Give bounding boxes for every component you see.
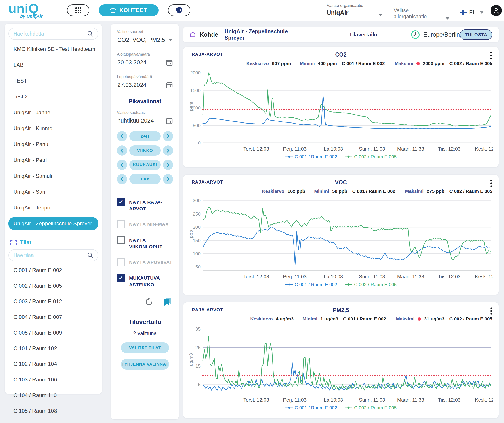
range-next-button[interactable] [163, 160, 173, 170]
sidebar-location-item[interactable]: UniqAir - Sari [8, 185, 98, 198]
end-date-field[interactable]: 27.03.2024 [117, 79, 173, 91]
sidebar-room-item[interactable]: C 001 / Raum E 002 [8, 263, 98, 277]
suborganization-select[interactable]: Valitse aliorganisaatio [394, 8, 450, 21]
range-next-button[interactable] [163, 145, 173, 156]
select-rooms-button[interactable]: VALITSE TILAT [121, 342, 169, 353]
apps-grid-button[interactable] [67, 5, 89, 16]
chart-menu-kebab-icon[interactable] [489, 178, 493, 188]
chart-stats-row: Keskiarvo607 ppmMinimi400 ppmC 001 / Rau… [189, 61, 493, 66]
sidebar-room-item[interactable]: C 104 / Raum 110 [8, 389, 98, 402]
sidebar-room-item[interactable]: C 103 / Raum 106 [8, 373, 98, 386]
checkbox[interactable]: ✓ [117, 198, 125, 206]
checkbox[interactable] [117, 258, 125, 266]
finnish-flag-icon [460, 10, 467, 15]
chart-menu-kebab-icon[interactable] [489, 306, 493, 316]
x-axis-label: Torst. 12:03 [243, 146, 269, 152]
print-button[interactable]: TULOSTA [460, 30, 492, 40]
sidebar-location-item[interactable]: LAB [8, 59, 98, 71]
search-icon[interactable] [87, 31, 93, 37]
checkbox[interactable] [117, 220, 125, 228]
calendar-icon[interactable] [166, 82, 173, 89]
chart-option-checkbox-row[interactable]: NÄYTÄ APUVIIVAT [117, 258, 173, 266]
sidebar-room-item[interactable]: C 002 / Raum E 005 [8, 279, 98, 292]
x-axis-label: Kesk. 12:02 [475, 397, 493, 403]
logo-text: uniQ [8, 1, 39, 16]
sidebar-location-item[interactable]: TEST [8, 74, 98, 87]
sidebar-room-item[interactable]: C 102 / Raum 104 [8, 357, 98, 371]
sidebar-location-item[interactable]: Test 2 [8, 90, 98, 103]
range-button[interactable]: 3 KK [129, 174, 161, 184]
user-avatar[interactable] [491, 5, 502, 16]
sidebar-location-item[interactable]: UniqAir - Janne [8, 106, 98, 119]
tilat-section-header[interactable]: Tilat [10, 239, 98, 246]
chart-header: RAJA-ARVOTCO2 [189, 50, 493, 59]
sidebar-location-item[interactable]: UniqAir - Samuli [8, 170, 98, 182]
series-line-blue [203, 95, 491, 129]
sidebar-location-item[interactable]: UniqAir - Zeppelinschule Spreyer [8, 217, 98, 230]
refresh-icon[interactable] [144, 297, 153, 306]
legend-item[interactable]: C 001 / Raum E 002 [285, 282, 337, 287]
clear-selection-button[interactable]: TYHJENNÄ VALINNAT [121, 359, 169, 370]
sidebar-location-item[interactable]: UniqAir - Kimmo [8, 122, 98, 135]
legend-item[interactable]: C 001 / Raum E 002 [285, 154, 337, 160]
start-date-field[interactable]: 20.03.2024 [117, 57, 173, 69]
range-prev-button[interactable] [117, 160, 127, 170]
apps-grid-icon [75, 7, 81, 13]
sidebar-room-item[interactable]: C 004 / Raum E 007 [8, 310, 98, 324]
range-next-button[interactable] [163, 174, 173, 184]
calendar-icon[interactable] [166, 59, 173, 66]
max-value: 2000 ppm [423, 61, 444, 66]
max-value: 275 ppb [427, 189, 444, 194]
sidebar-location-item[interactable]: UniqAir - Panu [8, 138, 98, 151]
chart-option-checkbox-row[interactable]: ✓NÄYTÄ RAJA-ARVOT [117, 198, 173, 212]
checkbox-label: NÄYTÄ MIN-MAX [129, 220, 169, 228]
app-header: uniQ by UniqAir KOHTEET Valitse organisa… [0, 0, 504, 21]
range-button[interactable]: VIIKKO [129, 145, 161, 156]
min-value: 400 ppm [318, 61, 337, 66]
chart-menu-kebab-icon[interactable] [489, 50, 493, 60]
clock-icon [411, 30, 420, 39]
kohteet-button[interactable]: KOHTEET [99, 5, 159, 16]
location-search [8, 28, 98, 40]
svg-text:15: 15 [195, 363, 201, 369]
sidebar-room-item[interactable]: C 105 / Raum 108 [8, 404, 98, 418]
range-button[interactable]: 24H [129, 131, 161, 141]
avg-label: Keskiarvo [262, 189, 284, 194]
app-logo[interactable]: uniQ by UniqAir [8, 2, 53, 19]
legend-item[interactable]: C 001 / Raum E 002 [285, 405, 337, 411]
search-icon[interactable] [87, 252, 93, 258]
sidebar-room-item[interactable]: C 101 / Raum 102 [8, 342, 98, 355]
legend-item[interactable]: C 002 / Raum E 005 [345, 282, 396, 287]
range-button[interactable]: KUUKAUSI [129, 160, 161, 170]
chart-option-checkbox-row[interactable]: NÄYTÄ MIN-MAX [117, 220, 173, 228]
sidebar-location-item[interactable]: UniqAir - Teppo [8, 201, 98, 214]
sidebar-room-item[interactable]: C 201 / Raum 201 [8, 420, 98, 423]
organization-select[interactable]: UniqAir [327, 9, 383, 18]
language-select[interactable]: FI [460, 9, 485, 18]
month-select-field[interactable]: huhtikuu 2024 [117, 115, 173, 127]
range-prev-button[interactable] [117, 145, 127, 156]
device-button[interactable] [168, 5, 190, 16]
end-date-value: 27.03.2024 [117, 82, 146, 89]
sidebar-room-item[interactable]: C 005 / Raum E 009 [8, 326, 98, 340]
chart-title: VOC [189, 179, 493, 186]
room-search-input[interactable] [13, 252, 87, 258]
max-alert-dot [418, 317, 421, 321]
calendar-icon[interactable] [166, 118, 173, 124]
legend-item[interactable]: C 002 / Raum E 005 [345, 405, 396, 411]
checkbox[interactable] [117, 236, 125, 244]
range-prev-button[interactable] [117, 131, 127, 141]
target-header-bar: Kohde UniqAir - Zeppelinschule Spreyer T… [183, 27, 499, 42]
chart-option-checkbox-row[interactable]: ✓MUKAUTUVA ASTEIKKO [117, 274, 173, 288]
quantity-select[interactable]: CO2, VOC, PM2,5 [117, 34, 173, 46]
range-next-button[interactable] [163, 131, 173, 141]
chart-option-checkbox-row[interactable]: NÄYTÄ VIIKONLOPUT [117, 236, 173, 250]
sidebar-location-item[interactable]: KMG Kliniken SE - Test Headteam [8, 43, 98, 56]
checkbox[interactable]: ✓ [117, 274, 125, 282]
legend-item[interactable]: C 002 / Raum E 005 [345, 154, 396, 160]
sidebar-room-item[interactable]: C 003 / Raum E 012 [8, 295, 98, 308]
location-search-input[interactable] [13, 31, 87, 37]
range-prev-button[interactable] [117, 174, 127, 184]
bookmark-icon[interactable] [163, 297, 171, 306]
sidebar-location-item[interactable]: UniqAir - Petri [8, 154, 98, 167]
